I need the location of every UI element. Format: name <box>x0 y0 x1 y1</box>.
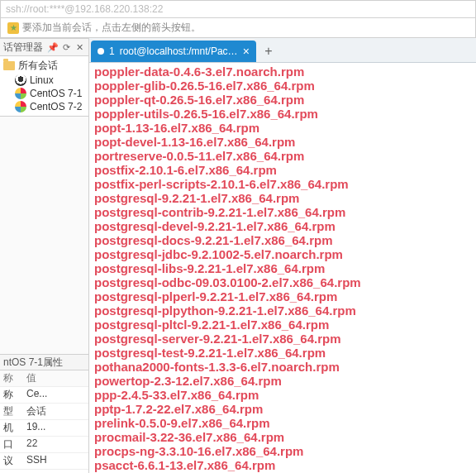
terminal-line: postgresql-devel-9.2.21-1.el7.x86_64.rpm <box>94 219 471 233</box>
tree-item[interactable]: CentOS 7-2 <box>0 100 88 113</box>
terminal-line: poppler-qt-0.26.5-16.el7.x86_64.rpm <box>94 93 471 107</box>
tab-label: root@localhost:/mnt/Packa... <box>120 45 238 57</box>
terminal-line: popt-devel-1.13-16.el7.x86_64.rpm <box>94 135 471 149</box>
terminal-line: postfix-perl-scripts-2.10.1-6.el7.x86_64… <box>94 177 471 191</box>
terminal-line: postgresql-odbc-09.03.0100-2.el7.x86_64.… <box>94 275 471 289</box>
properties-row: 议SSH <box>0 453 88 470</box>
properties-row: 型会话 <box>0 404 88 420</box>
tree-spacer <box>0 116 88 354</box>
close-icon[interactable]: ✕ <box>74 41 85 53</box>
linux-icon <box>15 74 26 86</box>
terminal-line: postgresql-server-9.2.21-1.el7.x86_64.rp… <box>94 332 471 346</box>
tree-item-label: CentOS 7-2 <box>30 101 82 112</box>
terminal-line: procps-ng-3.3.10-16.el7.x86_64.rpm <box>94 444 471 458</box>
terminal-line: postgresql-plpython-9.2.21-1.el7.x86_64.… <box>94 303 471 318</box>
terminal-line: psacct-6.6.1-13.el7.x86_64.rpm <box>94 458 471 472</box>
terminal-line: postgresql-9.2.21-1.el7.x86_64.rpm <box>94 191 471 205</box>
properties-row: 口22 <box>0 437 88 453</box>
tab-active[interactable]: 1 root@localhost:/mnt/Packa... × <box>91 41 256 62</box>
terminal-line: postgresql-test-9.2.21-1.el7.x86_64.rpm <box>94 346 471 360</box>
session-tree[interactable]: 所有会话LinuxCentOS 7-1CentOS 7-2 <box>0 56 88 116</box>
properties-row: 称Ce... <box>0 387 88 404</box>
content-area: 1 root@localhost:/mnt/Packa... × + poppl… <box>89 38 476 473</box>
terminal-line: ppp-2.4.5-33.el7.x86_64.rpm <box>94 388 471 402</box>
terminal-line: postgresql-docs-9.2.21-1.el7.x86_64.rpm <box>94 233 471 247</box>
terminal-line: pptp-1.7.2-22.el7.x86_64.rpm <box>94 402 471 416</box>
terminal-line: popt-1.13-16.el7.x86_64.rpm <box>94 121 471 135</box>
terminal-line: pothana2000-fonts-1.3.3-6.el7.noarch.rpm <box>94 360 471 374</box>
tree-item[interactable]: 所有会话 <box>0 58 88 74</box>
centos-icon <box>15 88 26 99</box>
tab-close-icon[interactable]: × <box>243 45 250 58</box>
folder-icon <box>3 61 15 70</box>
tree-item[interactable]: Linux <box>0 74 88 87</box>
tab-bar: 1 root@localhost:/mnt/Packa... × + <box>89 38 476 63</box>
panel-title: 话管理器 <box>3 41 43 55</box>
address-bar[interactable]: ssh://root:****@192.168.220.138:22 <box>0 0 476 18</box>
address-text: ssh://root:****@192.168.220.138:22 <box>6 3 163 15</box>
terminal-line: prelink-0.5.0-9.el7.x86_64.rpm <box>94 416 471 430</box>
centos-icon <box>15 101 26 112</box>
terminal-line: poppler-utils-0.26.5-16.el7.x86_64.rpm <box>94 107 471 121</box>
terminal-line: poppler-glib-0.26.5-16.el7.x86_64.rpm <box>94 79 471 93</box>
tab-index: 1 <box>109 45 115 57</box>
pin-icon[interactable]: 📌 <box>47 41 59 53</box>
terminal-line: postgresql-contrib-9.2.21-1.el7.x86_64.r… <box>94 205 471 219</box>
session-manager-header: 话管理器 📌 ⟳ ✕ <box>0 38 88 56</box>
properties-headers: 称 值 <box>0 370 88 387</box>
tree-item-label: Linux <box>30 74 54 86</box>
terminal-line: postgresql-pltcl-9.2.21-1.el7.x86_64.rpm <box>94 318 471 332</box>
hint-text: 要添加当前会话，点击左侧的箭头按钮。 <box>22 21 201 35</box>
bookmark-icon: ★ <box>7 22 19 34</box>
refresh-icon[interactable]: ⟳ <box>60 41 72 53</box>
terminal-line: postgresql-plperl-9.2.21-1.el7.x86_64.rp… <box>94 289 471 303</box>
add-tab-button[interactable]: + <box>258 41 279 62</box>
terminal-output[interactable]: poppler-data-0.4.6-3.el7.noarch.rpmpoppl… <box>89 63 476 473</box>
terminal-line: portreserve-0.0.5-11.el7.x86_64.rpm <box>94 149 471 163</box>
properties-row: 机19... <box>0 420 88 437</box>
tree-item-label: CentOS 7-1 <box>30 88 82 99</box>
tab-status-icon <box>98 48 104 55</box>
terminal-line: poppler-data-0.4.6-3.el7.noarch.rpm <box>94 64 471 79</box>
terminal-line: procmail-3.22-36.el7.x86_64.rpm <box>94 430 471 444</box>
tree-item[interactable]: CentOS 7-1 <box>0 87 88 100</box>
terminal-line: postfix-2.10.1-6.el7.x86_64.rpm <box>94 163 471 177</box>
sidebar: 话管理器 📌 ⟳ ✕ 所有会话LinuxCentOS 7-1CentOS 7-2… <box>0 38 89 473</box>
terminal-line: postgresql-libs-9.2.21-1.el7.x86_64.rpm <box>94 261 471 275</box>
terminal-line: postgresql-jdbc-9.2.1002-5.el7.noarch.rp… <box>94 247 471 261</box>
properties-table: 称 值 称Ce...型会话机19...口22议SSH <box>0 370 88 473</box>
hint-bar: ★ 要添加当前会话，点击左侧的箭头按钮。 <box>0 18 476 38</box>
tree-item-label: 所有会话 <box>18 59 58 73</box>
terminal-line: powertop-2.3-12.el7.x86_64.rpm <box>94 374 471 388</box>
properties-header: ntOS 7-1属性 <box>0 354 88 370</box>
